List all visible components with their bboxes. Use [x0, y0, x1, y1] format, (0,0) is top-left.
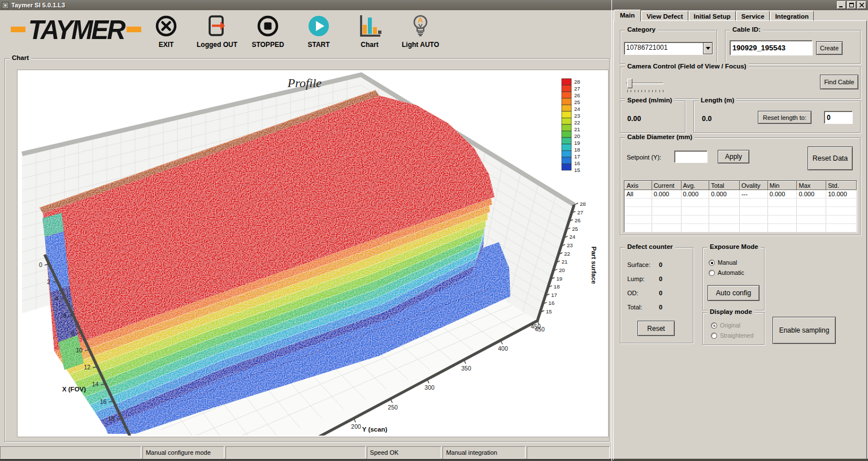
svg-text:16: 16 [100, 398, 107, 405]
toolbar-light-button[interactable]: ALight AUTO [399, 12, 442, 49]
chart-groupbox: Chart 024681012141618X (FOV)200250300350… [5, 58, 610, 442]
speed-value: 0.00 [627, 115, 641, 123]
svg-text:350: 350 [461, 365, 471, 372]
toolbar-logout-label: Logged OUT [197, 41, 237, 49]
svg-text:27: 27 [574, 85, 580, 92]
svg-text:27: 27 [577, 209, 583, 216]
svg-text:A: A [418, 16, 423, 24]
status-cell-6 [527, 446, 610, 459]
toolbar: EXITLogged OUTSTOPPEDSTARTChartALight AU… [145, 12, 442, 49]
defect-row-lump: Lump:0 [627, 275, 689, 282]
create-button[interactable]: Create [816, 41, 843, 55]
toolbar-chart-button[interactable]: Chart [348, 12, 391, 49]
exposure-manual-radio[interactable]: Manual [709, 259, 744, 266]
svg-text:4: 4 [55, 295, 58, 302]
toolbar-stopped-button[interactable]: STOPPED [246, 12, 289, 49]
svg-text:Y (scan): Y (scan) [362, 426, 388, 433]
defect-counter-label: Defect counter [625, 243, 675, 250]
stopped-icon [255, 12, 280, 40]
table-header-avg: Avg. [681, 182, 709, 190]
table-header-current: Current [652, 182, 681, 190]
cable-id-input[interactable] [730, 40, 813, 55]
radio-icon [709, 270, 715, 276]
speed-groupbox: Speed (m/min) 0.00 [620, 101, 685, 133]
status-cell-1 [0, 446, 141, 459]
exposure-automatic-radio[interactable]: Automatic [709, 269, 744, 276]
speed-label: Speed (m/min) [625, 97, 674, 104]
svg-text:6: 6 [63, 312, 67, 319]
svg-text:23: 23 [574, 113, 580, 119]
display-mode-label: Display mode [708, 308, 754, 315]
svg-text:450: 450 [531, 323, 541, 330]
svg-text:23: 23 [567, 242, 573, 248]
svg-text:Profile: Profile [287, 76, 322, 90]
profile-3d-chart: 024681012141618X (FOV)200250300350400450… [17, 70, 609, 437]
status-bar: Manual configure modeSpeed OKManual inte… [0, 446, 611, 459]
chart-icon [357, 12, 383, 40]
category-combobox[interactable]: 10786721001 [624, 42, 713, 55]
toolbar-start-button[interactable]: START [297, 12, 340, 49]
svg-text:24: 24 [574, 106, 580, 112]
auto-config-button[interactable]: Auto config [708, 285, 760, 301]
slider-thumb[interactable] [627, 79, 632, 88]
diameter-table: AxisCurrentAvg.TotalOvalityMinMaxStd.All… [624, 180, 857, 232]
chevron-down-icon[interactable] [703, 42, 713, 54]
category-value: 10786721001 [624, 42, 703, 54]
defect-reset-button[interactable]: Reset [637, 321, 675, 336]
svg-text:20: 20 [574, 133, 580, 139]
svg-text:28: 28 [580, 201, 586, 207]
length-groupbox: Length (m) 0.0 Reset length to: [693, 101, 861, 133]
svg-text:19: 19 [556, 275, 562, 282]
camera-control-groupbox: Camera Control (Field of View / Focus) F… [620, 67, 861, 99]
logo-dash-left [11, 27, 25, 32]
table-row: All0.0000.0000.000---0.0000.00010.000 [625, 190, 857, 199]
table-empty-row [625, 207, 857, 216]
svg-text:21: 21 [562, 258, 568, 265]
svg-text:17: 17 [551, 292, 557, 298]
svg-text:25: 25 [574, 99, 580, 105]
enable-sampling-button[interactable]: Enable sampling [772, 317, 836, 344]
svg-text:21: 21 [574, 126, 580, 132]
length-value: 0.0 [702, 115, 711, 123]
svg-text:25: 25 [572, 226, 578, 232]
svg-text:Part surface: Part surface [591, 247, 597, 284]
svg-text:16: 16 [549, 300, 555, 306]
toolbar-exit-label: EXIT [159, 41, 174, 49]
radio-icon [711, 333, 717, 339]
exit-icon [154, 12, 179, 40]
svg-text:15: 15 [574, 167, 580, 173]
reset-data-button[interactable]: Reset Data [808, 147, 853, 170]
reset-length-button[interactable]: Reset length to: [758, 111, 811, 124]
camera-control-label: Camera Control (Field of View / Focus) [625, 63, 749, 70]
toolbar-exit-button[interactable]: EXIT [145, 12, 188, 49]
defect-row-od: OD:0 [627, 290, 689, 296]
apply-button[interactable]: Apply [718, 150, 749, 163]
app-icon [2, 2, 9, 9]
status-cell-2: Manual configure mode [142, 446, 224, 459]
defect-counter-groupbox: Defect counter Surface:0Lump:0OD:0Total:… [620, 247, 693, 343]
taymer-si-window: { "window": { "title": "Taymer SI 5.0.1.… [0, 0, 868, 461]
find-cable-button[interactable]: Find Cable [820, 75, 858, 89]
toolbar-stopped-label: STOPPED [251, 41, 284, 49]
tab-main[interactable]: Main [614, 10, 641, 21]
setpoint-input[interactable] [674, 150, 708, 163]
cable-diameter-groupbox: Cable Diameter (mm) Setpoint (Y): Apply … [620, 137, 861, 235]
exposure-mode-label: Exposure Mode [708, 243, 761, 250]
fov-focus-slider[interactable] [626, 79, 667, 93]
svg-text:28: 28 [574, 79, 580, 85]
svg-text:16: 16 [574, 160, 580, 166]
status-cell-5: Manual integration [442, 446, 526, 459]
svg-text:18: 18 [108, 415, 115, 422]
toolbar-start-label: START [307, 41, 329, 49]
svg-text:18: 18 [574, 147, 580, 153]
svg-text:15: 15 [546, 308, 552, 314]
toolbar-logout-button[interactable]: Logged OUT [196, 12, 238, 49]
svg-text:22: 22 [564, 251, 570, 257]
svg-text:24: 24 [570, 234, 576, 240]
display-straightened-radio: Straightened [711, 332, 754, 339]
reset-length-input[interactable] [824, 111, 853, 124]
logo-text: TAYMER [28, 16, 124, 43]
status-cell-4: Speed OK [367, 446, 442, 459]
table-header-axis: Axis [625, 182, 652, 190]
window-title: Taymer SI 5.0.1.L3 [11, 2, 65, 8]
